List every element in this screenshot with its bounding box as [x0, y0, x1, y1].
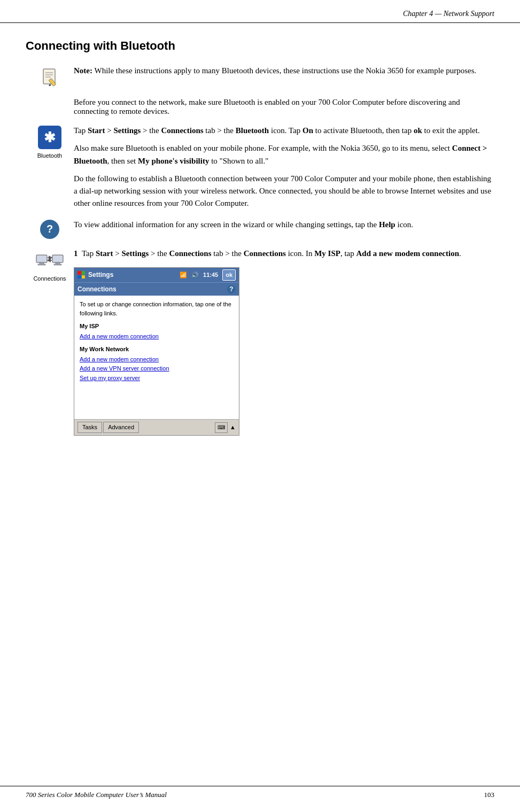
bluetooth-symbol-icon: ✱ — [38, 126, 61, 149]
section-title: Connecting with Bluetooth — [26, 39, 494, 53]
ss-menubar: Connections ? — [74, 282, 239, 296]
svg-rect-10 — [56, 262, 60, 264]
page-footer: 700 Series Color Mobile Computer User’s … — [0, 786, 520, 799]
ss-link3[interactable]: Add a new VPN server connection — [80, 364, 234, 373]
svg-rect-7 — [40, 262, 44, 264]
windows-logo-icon — [77, 271, 85, 279]
help-icon-area: ? — [26, 219, 74, 239]
para1-row: Before you connect to the network, make … — [26, 98, 494, 116]
ss-tab2[interactable]: Advanced — [103, 422, 139, 433]
bt-rest3: to exit the applet. — [422, 126, 480, 135]
help-bold: Help — [379, 220, 395, 229]
page-header: Chapter 4 — Network Support — [0, 0, 520, 23]
bt-rest: icon. Tap — [269, 126, 302, 135]
ss-titlebar: Settings 📶 🔊 11:45 ok — [74, 268, 239, 282]
note-icon-area — [26, 65, 74, 89]
para3-text: Do the following to establish a Bluetoot… — [74, 173, 494, 210]
ss-my-work-label: My Work Network — [80, 345, 234, 354]
bluetooth-icon-area: ✱ Bluetooth — [26, 125, 74, 159]
ss-link2[interactable]: Add a new modem connection — [80, 355, 234, 364]
ss-help-icon[interactable]: ? — [227, 285, 236, 293]
para2-text: Also make sure Bluetooth is enabled on y… — [74, 142, 494, 167]
main-content: Connecting with Bluetooth Note: While th… — [0, 23, 520, 466]
connections-icon-label: Connections — [33, 275, 66, 282]
help-row: ? To view additional information for any… — [26, 219, 494, 239]
ss-time: 11:45 — [203, 270, 218, 280]
svg-rect-9 — [52, 255, 63, 262]
ss-intro: To set up or change connection informati… — [80, 300, 234, 318]
bt-bold4: Bluetooth — [236, 126, 269, 135]
footer-right: 103 — [484, 791, 495, 799]
note-body: While these instructions apply to many B… — [94, 66, 476, 75]
note-label: Note: — [74, 66, 92, 75]
ss-keyboard-icon[interactable]: ⌨ — [215, 422, 228, 433]
bluetooth-icon-label: Bluetooth — [37, 152, 62, 159]
note-pencil-icon — [38, 66, 61, 89]
connections-icon-area: Connections — [26, 248, 74, 282]
ss-arrow-icon: ▲ — [230, 423, 236, 432]
footer-left: 700 Series Color Mobile Computer User’s … — [26, 791, 167, 799]
ss-tab1[interactable]: Tasks — [77, 422, 102, 433]
bluetooth-row: ✱ Bluetooth Tap Start > Settings > the C… — [26, 125, 494, 210]
ss-ok-button[interactable]: ok — [222, 269, 236, 281]
step1-text: 1 Tap Start > Settings > the Connections… — [74, 248, 494, 436]
connections-icon — [36, 249, 64, 272]
bt-gt2: > the — [141, 126, 161, 135]
bt-bold5: On — [302, 126, 313, 135]
ss-titlebar-right: 📶 🔊 11:45 ok — [180, 269, 236, 281]
ss-my-isp-label: My ISP — [80, 322, 234, 331]
connections-row: Connections 1 Tap Start > Settings > the… — [26, 248, 494, 436]
note-row: Note: While these instructions apply to … — [26, 65, 494, 89]
bt-gt1: > — [105, 126, 114, 135]
bt-bold6: ok — [414, 126, 422, 135]
step-number: 1 — [74, 249, 78, 258]
ss-footer-right: ⌨ ▲ — [215, 422, 236, 433]
ss-section-name: Connections — [77, 284, 117, 295]
bluetooth-instruction-text: Tap Start > Settings > the Connections t… — [74, 125, 494, 210]
ss-tabs: Tasks Advanced — [77, 422, 139, 433]
bt-tab: tab > the — [204, 126, 236, 135]
svg-rect-6 — [36, 255, 47, 262]
bt-bold3: Connections — [161, 126, 203, 135]
ss-app-name: Settings — [88, 270, 113, 280]
bt-bold1: Start — [88, 126, 105, 135]
ss-link4[interactable]: Set up my proxy server — [80, 374, 234, 383]
ss-speaker-icon: 🔊 — [191, 270, 199, 280]
svg-rect-11 — [54, 264, 61, 265]
ss-titlebar-left: Settings — [77, 270, 113, 280]
chapter-label: Chapter 4 — Network Support — [403, 10, 494, 18]
bt-part1: Tap — [74, 126, 88, 135]
help-text: To view additional information for any s… — [74, 219, 494, 231]
note-text: Note: While these instructions apply to … — [74, 65, 494, 77]
svg-rect-8 — [38, 264, 45, 265]
ss-footer: Tasks Advanced ⌨ ▲ — [74, 419, 239, 435]
para1-text: Before you connect to the network, make … — [74, 98, 494, 116]
help-icon: ? — [40, 220, 59, 239]
bt-bold2: Settings — [114, 126, 141, 135]
ss-link1[interactable]: Add a new modem connection — [80, 332, 234, 341]
ss-signal-icon: 📶 — [180, 270, 187, 280]
screenshot: Settings 📶 🔊 11:45 ok Connections ? — [74, 267, 239, 436]
bt-rest2: to activate Bluetooth, then tap — [313, 126, 414, 135]
step1-part1: Tap — [82, 249, 96, 258]
ss-body: To set up or change connection informati… — [74, 296, 239, 419]
